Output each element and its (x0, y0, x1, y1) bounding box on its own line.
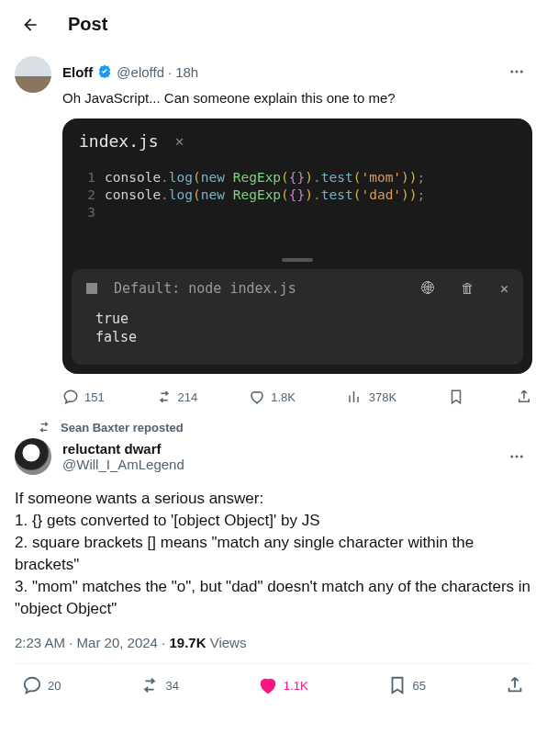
share-button[interactable] (505, 675, 525, 695)
heart-icon (258, 675, 278, 695)
svg-point-3 (510, 456, 513, 458)
chart-icon (347, 389, 363, 405)
page-title: Post (68, 14, 107, 35)
repost-attribution[interactable]: Sean Baxter reposted (0, 420, 547, 434)
repost-icon (156, 389, 173, 405)
timestamp[interactable]: 18h (175, 64, 198, 80)
terminal-title: Default: node index.js (114, 280, 296, 297)
more-button[interactable] (501, 441, 532, 472)
drag-handle-icon (282, 258, 313, 262)
svg-point-0 (510, 71, 513, 73)
avatar[interactable] (15, 438, 51, 475)
reply-icon (62, 389, 79, 405)
terminal-panel: Default: node index.js 🌐︎ 🗑 ✕ true false (72, 269, 523, 365)
share-button[interactable] (516, 389, 532, 405)
handle[interactable]: @Will_I_AmLegend (62, 457, 184, 472)
like-button[interactable]: 1.8K (249, 389, 296, 405)
tweet-text: Oh JavaScript... Can someone explain thi… (62, 89, 532, 107)
views-button[interactable]: 378K (347, 389, 396, 405)
share-icon (505, 675, 525, 695)
action-bar: 151 214 1.8K 378K (62, 381, 532, 409)
reply-button[interactable]: 151 (62, 389, 105, 405)
action-bar: 20 34 1.1K 65 (15, 664, 532, 706)
svg-point-1 (516, 71, 519, 73)
more-button[interactable] (501, 56, 532, 87)
svg-point-2 (520, 71, 523, 73)
trash-icon: 🗑 (461, 280, 474, 297)
repost-button[interactable]: 214 (156, 389, 198, 405)
code-filename: index.js (79, 131, 159, 151)
close-icon: ✕ (500, 280, 508, 297)
back-button[interactable] (15, 9, 46, 40)
bookmark-icon (448, 389, 464, 405)
share-icon (516, 389, 532, 405)
svg-point-5 (520, 456, 523, 458)
arrow-left-icon (21, 16, 39, 34)
ellipsis-icon (508, 63, 525, 80)
repost-button[interactable]: 34 (140, 675, 178, 695)
bookmark-icon (387, 675, 407, 695)
tweet-text: If someone wants a serious answer: 1. {}… (15, 488, 532, 620)
quoted-tweet[interactable]: Eloff @eloffd · 18h Oh JavaScript... Can… (0, 49, 547, 412)
tweet-meta[interactable]: 2:23 AM · Mar 20, 2024 · 19.7K Views (15, 635, 532, 650)
bookmark-button[interactable] (448, 389, 464, 405)
handle[interactable]: @eloffd (117, 64, 164, 80)
repost-icon (140, 675, 160, 695)
main-tweet: reluctant dwarf @Will_I_AmLegend If some… (0, 434, 547, 706)
reply-button[interactable]: 20 (22, 675, 61, 695)
stop-icon (86, 283, 97, 294)
close-icon: ✕ (175, 132, 184, 150)
avatar[interactable] (15, 56, 51, 93)
heart-icon (249, 389, 265, 405)
repost-icon (37, 420, 51, 434)
display-name[interactable]: Eloff (62, 64, 93, 80)
bookmark-button[interactable]: 65 (387, 675, 426, 695)
code-block: 1console.log(new RegExp({}).test('mom'))… (62, 164, 532, 258)
reply-icon (22, 675, 42, 695)
like-button[interactable]: 1.1K (258, 675, 308, 695)
globe-icon: 🌐︎ (421, 280, 435, 297)
display-name[interactable]: reluctant dwarf (62, 441, 184, 457)
verified-badge-icon (96, 63, 113, 80)
code-image[interactable]: index.js ✕ 1console.log(new RegExp({}).t… (62, 118, 532, 374)
svg-point-4 (516, 456, 519, 458)
ellipsis-icon (508, 448, 525, 465)
